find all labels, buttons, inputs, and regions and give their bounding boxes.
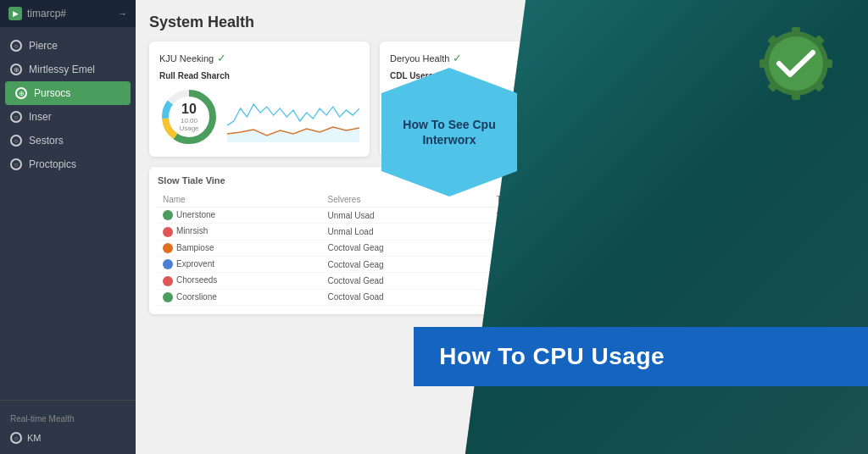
sidebar-header[interactable]: ▶ timarcp# → — [0, 0, 136, 27]
table-cell-name: Bampiose — [158, 240, 323, 256]
donut-sub: 10.00 Usage — [175, 117, 204, 132]
sidebar-item-label: Pursocs — [34, 87, 70, 99]
line-chart-area — [227, 91, 359, 142]
deryou-badge: Deryou Health ✓ — [390, 52, 462, 64]
circle-icon: ○ — [10, 135, 22, 147]
row-status-icon — [163, 292, 173, 302]
svg-marker-4 — [227, 127, 359, 142]
sidebar-item-label: Inser — [29, 111, 52, 123]
sidebar-item-pursocs[interactable]: ⊕ Pursocs — [5, 81, 131, 105]
blue-banner: How To CPU Usage — [414, 327, 868, 386]
table-cell-server: Coctoval Gead — [323, 273, 492, 289]
card-header: KJU Neeking ✓ — [159, 52, 359, 64]
hexagon-wrapper: How To See Cpu Interworx — [381, 93, 517, 171]
table-cell-name: Exprovent — [158, 257, 323, 273]
sidebar-item-label: Mirtlessy Emel — [29, 64, 95, 75]
check-icon: ✓ — [217, 52, 226, 64]
hexagon-line1: How To See Cpu — [403, 117, 495, 132]
table-cell-server: Coctoval Geag — [323, 257, 492, 273]
circle-icon: ○ — [10, 40, 22, 52]
hexagon-line2: Interworx — [403, 132, 495, 147]
table-cell-name: Minrsish — [158, 224, 323, 240]
sidebar-item-mirtlessy[interactable]: ⊕ Mirtlessy Emel — [0, 58, 136, 81]
col-name: Name — [158, 192, 323, 208]
donut-label: 10 10.00 Usage — [175, 102, 204, 132]
row-status-icon — [163, 210, 173, 220]
circle-icon: ○ — [10, 158, 22, 170]
table-cell-name: Chorseeds — [158, 273, 323, 289]
plus-circle-icon: ⊕ — [15, 87, 27, 99]
circle-icon: ○ — [10, 432, 22, 444]
sidebar-logo-icon: ▶ — [8, 7, 22, 20]
gear-icon — [758, 25, 834, 102]
blue-banner-text: How To CPU Usage — [439, 343, 665, 370]
table-cell-server: Unmal Usad — [323, 208, 492, 224]
sidebar-item-label: Pierce — [29, 40, 58, 52]
kju-label: KJU Neeking — [159, 53, 214, 64]
sidebar-nav-arrow[interactable]: → — [118, 8, 127, 19]
row-status-icon — [163, 227, 173, 237]
donut-value: 10 — [175, 102, 204, 117]
sidebar-footer-title: Real-time Mealth — [10, 414, 125, 424]
sidebar-footer: Real-time Mealth ○ KM — [0, 407, 136, 454]
sidebar-item-pierce[interactable]: ○ Pierce — [0, 34, 136, 58]
table-cell-server: Unmal Load — [323, 224, 492, 240]
card-body: 10 10.00 Usage 🔍 — [159, 87, 359, 147]
sidebar-footer-item-label: KM — [27, 433, 42, 443]
card-subtitle: Rull Read Sharch — [159, 71, 359, 80]
sidebar-item-sestors[interactable]: ○ Sestors — [0, 129, 136, 152]
check-icon-2: ✓ — [453, 52, 462, 64]
plus-circle-icon: ⊕ — [10, 64, 22, 75]
kju-badge: KJU Neeking ✓ — [159, 52, 226, 64]
sidebar-footer-item-km[interactable]: ○ KM — [10, 429, 125, 447]
svg-rect-7 — [792, 27, 800, 37]
table-cell-name: Unerstone — [158, 208, 323, 224]
sidebar-nav: ○ Pierce ⊕ Mirtlessy Emel ⊕ Pursocs ○ In… — [0, 27, 136, 393]
row-status-icon — [163, 259, 173, 269]
table-cell-server: Coctoval Geag — [323, 240, 492, 256]
sidebar-item-proctopics[interactable]: ○ Proctopics — [0, 152, 136, 176]
row-status-icon — [163, 243, 173, 253]
sidebar-item-inser[interactable]: ○ Inser — [0, 105, 136, 129]
sidebar-divider — [0, 400, 136, 401]
gear-badge — [758, 25, 826, 93]
svg-rect-9 — [822, 59, 832, 68]
sidebar-item-label: Proctopics — [29, 158, 76, 170]
row-status-icon — [163, 276, 173, 286]
line-chart-svg — [227, 91, 359, 142]
sidebar-app-name: timarcp# — [27, 8, 66, 19]
hexagon-text: How To See Cpu Interworx — [403, 117, 495, 147]
sidebar: ▶ timarcp# → ○ Pierce ⊕ Mirtlessy Emel ⊕… — [0, 0, 136, 454]
table-cell-server: Coctoval Goad — [323, 289, 492, 305]
deryou-label: Deryou Health — [390, 53, 449, 64]
circle-icon: ○ — [10, 111, 22, 123]
svg-rect-13 — [760, 59, 770, 68]
sidebar-item-label: Sestors — [29, 135, 64, 147]
svg-rect-11 — [792, 90, 800, 100]
hexagon-shape: How To See Cpu Interworx — [381, 93, 517, 171]
main-content: System Health KJU Neeking ✓ Rull Read Sh… — [136, 0, 868, 454]
table-cell-name: Coorslione — [158, 289, 323, 305]
card-rull-read-sharch: KJU Neeking ✓ Rull Read Sharch — [149, 42, 370, 157]
donut-chart: 10 10.00 Usage — [159, 87, 219, 147]
